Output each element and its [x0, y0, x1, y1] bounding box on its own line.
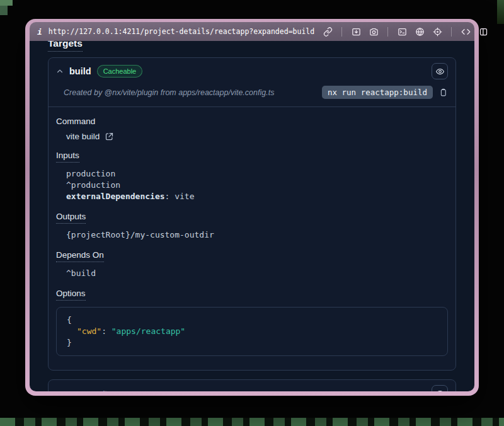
- serve-target-header[interactable]: serve vite serve: [49, 380, 455, 391]
- build-target-details: Command vite build Inputs production ^pr…: [49, 117, 455, 370]
- toolbar-actions: [321, 25, 490, 38]
- section-depends-on: Depends On ^build: [56, 250, 448, 279]
- options-json: { "cwd": "apps/reactapp" }: [56, 307, 448, 356]
- toolbar-divider: [341, 27, 342, 37]
- created-by-text: Created by @nx/vite/plugin from apps/rea…: [64, 88, 274, 97]
- eye-icon: [435, 389, 445, 392]
- input-item: ^production: [66, 180, 448, 191]
- chevron-down-icon[interactable]: [56, 389, 64, 391]
- run-command-group: nx run reactapp:build: [322, 86, 448, 99]
- panel-icon[interactable]: [476, 25, 490, 38]
- code-icon[interactable]: [459, 25, 472, 38]
- section-options: Options { "cwd": "apps/reactapp" }: [56, 289, 448, 356]
- url-text: http://127.0.0.1:4211/project-details/re…: [49, 27, 314, 36]
- target-subtitle: vite serve: [99, 389, 134, 392]
- outputs-heading: Outputs: [56, 212, 448, 224]
- cacheable-badge: Cacheable: [97, 65, 143, 78]
- view-target-button[interactable]: [432, 63, 448, 79]
- link-icon[interactable]: [321, 25, 335, 38]
- browser-window: i http://127.0.0.1:4211/project-details/…: [25, 19, 479, 396]
- input-item: production: [66, 168, 448, 180]
- terminal-icon[interactable]: [395, 25, 409, 38]
- browser-toolbar: i http://127.0.0.1:4211/project-details/…: [30, 22, 474, 41]
- section-command: Command vite build: [56, 117, 448, 141]
- target-card-build: build Cacheable Created by @nx/vite/plug…: [48, 57, 456, 371]
- depends-on-item: ^build: [66, 268, 448, 279]
- eye-icon: [435, 67, 445, 76]
- project-details-page: Targets build Cacheable Created by @nx/v…: [30, 41, 474, 391]
- desktop-decoration: [0, 418, 504, 426]
- json-key: "cwd": [77, 326, 101, 336]
- target-name: build: [69, 66, 91, 76]
- toolbar-divider: [451, 27, 452, 37]
- view-target-button[interactable]: [432, 385, 448, 391]
- page-title: Targets: [48, 41, 456, 52]
- inputs-heading: Inputs: [56, 151, 448, 163]
- crosshair-icon[interactable]: [430, 25, 444, 38]
- info-icon: i: [37, 27, 42, 37]
- depends-on-heading: Depends On: [56, 250, 448, 262]
- chevron-up-icon[interactable]: [56, 67, 64, 75]
- desktop: { "colors": { "window_frame": "#c9a2bf",…: [0, 0, 504, 426]
- copy-icon[interactable]: [438, 88, 448, 97]
- desktop-decoration: [0, 6, 8, 15]
- build-target-subheader: Created by @nx/vite/plugin from apps/rea…: [49, 84, 455, 107]
- output-item: {projectRoot}/my-custom-outdir: [66, 229, 448, 241]
- input-item: externalDependencies: vite: [66, 191, 448, 202]
- desktop-decoration: [0, 0, 13, 6]
- target-card-serve: serve vite serve: [48, 379, 456, 391]
- options-heading: Options: [56, 289, 448, 301]
- external-link-icon[interactable]: [105, 132, 114, 141]
- command-value: vite build: [66, 132, 100, 141]
- camera-icon[interactable]: [367, 25, 381, 38]
- target-name: serve: [69, 388, 93, 391]
- build-target-header[interactable]: build Cacheable: [49, 58, 455, 84]
- json-value: "apps/reactapp": [112, 326, 185, 336]
- desktop-decoration: [497, 0, 504, 24]
- section-inputs: Inputs production ^production externalDe…: [56, 151, 448, 202]
- globe-icon[interactable]: [413, 25, 427, 38]
- command-heading: Command: [56, 117, 448, 126]
- toolbar-divider: [387, 27, 388, 37]
- run-command-chip: nx run reactapp:build: [322, 86, 433, 99]
- section-outputs: Outputs {projectRoot}/my-custom-outdir: [56, 212, 448, 241]
- download-icon[interactable]: [349, 25, 363, 38]
